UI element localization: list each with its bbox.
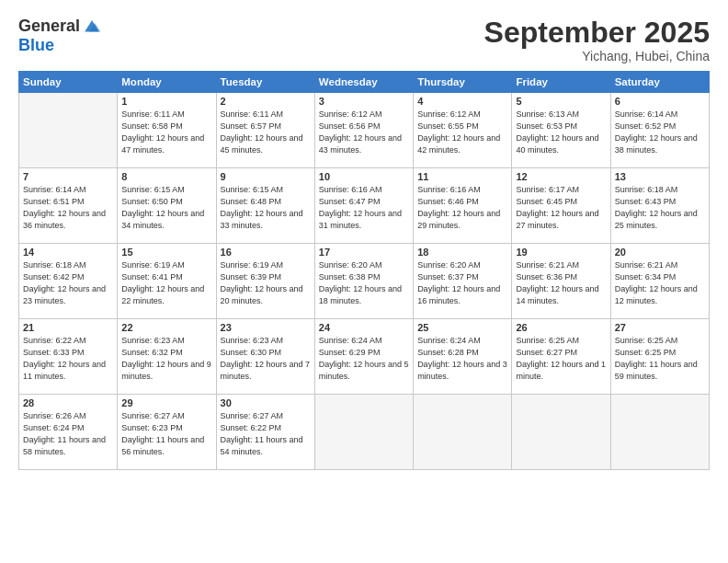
daylight-text: Daylight: 12 hours and 34 minutes. <box>121 209 204 230</box>
calendar-cell: 9Sunrise: 6:15 AMSunset: 6:48 PMDaylight… <box>216 168 314 244</box>
day-number: 25 <box>417 322 507 333</box>
calendar-table: Sunday Monday Tuesday Wednesday Thursday… <box>18 71 710 470</box>
day-number: 26 <box>516 322 606 333</box>
day-info: Sunrise: 6:21 AMSunset: 6:36 PMDaylight:… <box>516 259 606 307</box>
calendar-cell: 14Sunrise: 6:18 AMSunset: 6:42 PMDayligh… <box>19 244 118 319</box>
day-info: Sunrise: 6:16 AMSunset: 6:47 PMDaylight:… <box>319 184 409 232</box>
day-info: Sunrise: 6:12 AMSunset: 6:55 PMDaylight:… <box>417 109 507 156</box>
col-wednesday: Wednesday <box>314 72 413 93</box>
day-info: Sunrise: 6:24 AMSunset: 6:29 PMDaylight:… <box>319 335 409 383</box>
day-info: Sunrise: 6:20 AMSunset: 6:37 PMDaylight:… <box>417 259 507 307</box>
sunrise-text: Sunrise: 6:12 AM <box>417 109 481 119</box>
day-number: 15 <box>121 247 211 258</box>
sunset-text: Sunset: 6:25 PM <box>615 348 677 357</box>
day-number: 8 <box>121 171 211 182</box>
calendar-cell: 18Sunrise: 6:20 AMSunset: 6:37 PMDayligh… <box>414 244 512 319</box>
sunrise-text: Sunrise: 6:22 AM <box>23 336 86 345</box>
calendar-cell: 12Sunrise: 6:17 AMSunset: 6:45 PMDayligh… <box>512 168 610 244</box>
daylight-text: Daylight: 11 hours and 58 minutes. <box>23 435 106 456</box>
sunset-text: Sunset: 6:39 PM <box>221 272 282 282</box>
col-monday: Monday <box>118 72 216 93</box>
sunrise-text: Sunrise: 6:27 AM <box>121 411 185 420</box>
sunset-text: Sunset: 6:36 PM <box>516 272 577 282</box>
day-number: 20 <box>615 247 705 258</box>
calendar-week-row: 14Sunrise: 6:18 AMSunset: 6:42 PMDayligh… <box>19 244 710 319</box>
logo-blue: Blue <box>18 37 54 55</box>
sunrise-text: Sunrise: 6:23 AM <box>121 336 185 345</box>
calendar-cell: 3Sunrise: 6:12 AMSunset: 6:56 PMDaylight… <box>314 93 413 168</box>
calendar-cell <box>610 395 709 470</box>
day-number: 22 <box>121 322 211 333</box>
daylight-text: Daylight: 12 hours and 23 minutes. <box>23 284 106 305</box>
sunset-text: Sunset: 6:29 PM <box>319 348 381 357</box>
daylight-text: Daylight: 12 hours and 5 minutes. <box>319 360 409 381</box>
day-info: Sunrise: 6:12 AMSunset: 6:56 PMDaylight:… <box>319 109 409 156</box>
calendar-cell <box>314 395 413 470</box>
day-info: Sunrise: 6:11 AMSunset: 6:58 PMDaylight:… <box>121 109 211 156</box>
sunrise-text: Sunrise: 6:18 AM <box>23 260 86 270</box>
sunset-text: Sunset: 6:38 PM <box>319 272 381 282</box>
day-info: Sunrise: 6:26 AMSunset: 6:24 PMDaylight:… <box>23 410 113 458</box>
sunrise-text: Sunrise: 6:11 AM <box>221 109 284 119</box>
day-number: 13 <box>615 171 705 182</box>
sunrise-text: Sunrise: 6:13 AM <box>516 109 579 119</box>
day-number: 14 <box>23 247 113 258</box>
sunrise-text: Sunrise: 6:17 AM <box>516 185 579 194</box>
sunset-text: Sunset: 6:42 PM <box>23 272 85 282</box>
calendar-cell: 4Sunrise: 6:12 AMSunset: 6:55 PMDaylight… <box>414 93 512 168</box>
sunset-text: Sunset: 6:28 PM <box>417 348 479 357</box>
day-number: 12 <box>516 171 606 182</box>
day-info: Sunrise: 6:15 AMSunset: 6:48 PMDaylight:… <box>221 184 311 232</box>
day-number: 23 <box>221 322 311 333</box>
daylight-text: Daylight: 12 hours and 42 minutes. <box>417 133 500 155</box>
calendar-cell: 17Sunrise: 6:20 AMSunset: 6:38 PMDayligh… <box>314 244 413 319</box>
daylight-text: Daylight: 12 hours and 1 minute. <box>516 360 606 381</box>
sunset-text: Sunset: 6:52 PM <box>615 121 677 131</box>
day-number: 16 <box>221 247 311 258</box>
logo-general: General <box>18 17 80 36</box>
day-number: 21 <box>23 322 113 333</box>
sunset-text: Sunset: 6:55 PM <box>417 121 479 131</box>
day-info: Sunrise: 6:27 AMSunset: 6:22 PMDaylight:… <box>221 410 311 458</box>
day-info: Sunrise: 6:25 AMSunset: 6:27 PMDaylight:… <box>516 335 606 383</box>
day-number: 17 <box>319 247 409 258</box>
sunset-text: Sunset: 6:43 PM <box>615 197 677 206</box>
day-number: 6 <box>615 96 705 107</box>
daylight-text: Daylight: 12 hours and 9 minutes. <box>121 360 211 381</box>
page: General Blue September 2025 Yichang, Hub… <box>0 0 728 563</box>
day-info: Sunrise: 6:16 AMSunset: 6:46 PMDaylight:… <box>417 184 507 232</box>
sunset-text: Sunset: 6:53 PM <box>516 121 577 131</box>
day-number: 5 <box>516 96 606 107</box>
calendar-cell: 1Sunrise: 6:11 AMSunset: 6:58 PMDaylight… <box>118 93 216 168</box>
calendar-cell: 6Sunrise: 6:14 AMSunset: 6:52 PMDaylight… <box>610 93 709 168</box>
day-number: 29 <box>121 397 211 408</box>
day-info: Sunrise: 6:18 AMSunset: 6:43 PMDaylight:… <box>615 184 705 232</box>
sunset-text: Sunset: 6:24 PM <box>23 423 85 432</box>
day-info: Sunrise: 6:21 AMSunset: 6:34 PMDaylight:… <box>615 259 705 307</box>
sunset-text: Sunset: 6:22 PM <box>221 423 282 432</box>
daylight-text: Daylight: 12 hours and 18 minutes. <box>319 284 402 305</box>
calendar-cell: 2Sunrise: 6:11 AMSunset: 6:57 PMDaylight… <box>216 93 314 168</box>
col-saturday: Saturday <box>610 72 709 93</box>
sunrise-text: Sunrise: 6:25 AM <box>516 336 579 345</box>
day-number: 3 <box>319 96 409 107</box>
day-info: Sunrise: 6:11 AMSunset: 6:57 PMDaylight:… <box>221 109 311 156</box>
daylight-text: Daylight: 12 hours and 47 minutes. <box>121 133 204 155</box>
calendar-cell: 23Sunrise: 6:23 AMSunset: 6:30 PMDayligh… <box>216 319 314 395</box>
day-info: Sunrise: 6:24 AMSunset: 6:28 PMDaylight:… <box>417 335 507 383</box>
col-friday: Friday <box>512 72 610 93</box>
calendar-week-row: 28Sunrise: 6:26 AMSunset: 6:24 PMDayligh… <box>19 395 710 470</box>
col-thursday: Thursday <box>414 72 512 93</box>
sunrise-text: Sunrise: 6:19 AM <box>121 260 185 270</box>
sunrise-text: Sunrise: 6:12 AM <box>319 109 382 119</box>
day-number: 7 <box>23 171 113 182</box>
calendar-cell: 8Sunrise: 6:15 AMSunset: 6:50 PMDaylight… <box>118 168 216 244</box>
header: General Blue September 2025 Yichang, Hub… <box>18 17 710 63</box>
sunset-text: Sunset: 6:45 PM <box>516 197 577 206</box>
sunset-text: Sunset: 6:33 PM <box>23 348 85 357</box>
daylight-text: Daylight: 11 hours and 59 minutes. <box>615 360 698 381</box>
calendar-cell: 19Sunrise: 6:21 AMSunset: 6:36 PMDayligh… <box>512 244 610 319</box>
daylight-text: Daylight: 12 hours and 45 minutes. <box>221 133 303 155</box>
day-info: Sunrise: 6:14 AMSunset: 6:52 PMDaylight:… <box>615 109 705 156</box>
day-number: 28 <box>23 397 113 408</box>
